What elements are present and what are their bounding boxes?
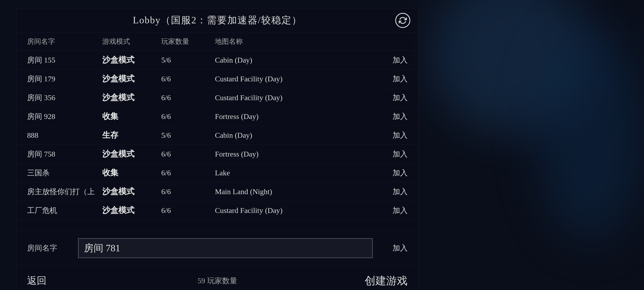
cell-room-name: 888 bbox=[27, 131, 102, 140]
create-game-button[interactable]: 创建游戏 bbox=[365, 273, 408, 288]
join-row-button[interactable]: 加入 bbox=[375, 93, 408, 103]
main-panel: Lobby（国服2：需要加速器/较稳定） 房间名字 游戏模式 玩家数量 地图名称… bbox=[16, 8, 419, 290]
cell-mode: 沙盒模式 bbox=[102, 73, 161, 84]
join-row-button[interactable]: 加入 bbox=[375, 130, 408, 140]
footer: 返回 59 玩家数量 创建游戏 bbox=[16, 266, 418, 290]
table-row: 房间 356 沙盒模式 6/6 Custard Facility (Day) 加… bbox=[16, 88, 418, 107]
col-header-players: 玩家数量 bbox=[161, 37, 215, 46]
refresh-icon bbox=[399, 16, 407, 24]
cell-room-name: 房主放怪你们打（上 bbox=[27, 187, 102, 197]
cell-map: Cabin (Day) bbox=[215, 131, 375, 140]
table-body: 房间 155 沙盒模式 5/6 Cabin (Day) 加入 房间 179 沙盒… bbox=[16, 51, 418, 220]
join-row-button[interactable]: 加入 bbox=[375, 205, 408, 216]
refresh-button[interactable] bbox=[395, 13, 410, 28]
cell-map: Cabin (Day) bbox=[215, 56, 375, 64]
cell-map: Custard Facility (Day) bbox=[215, 93, 375, 102]
cell-players: 6/6 bbox=[161, 187, 215, 196]
cell-mode: 沙盒模式 bbox=[102, 148, 161, 160]
table-row: 房间 758 沙盒模式 6/6 Fortress (Day) 加入 bbox=[16, 145, 418, 164]
cell-players: 6/6 bbox=[161, 93, 215, 102]
cell-room-name: 工厂危机 bbox=[27, 205, 102, 216]
cell-players: 6/6 bbox=[161, 206, 215, 215]
lobby-title: Lobby（国服2：需要加速器/较稳定） bbox=[133, 14, 302, 27]
table-row: 888 生存 5/6 Cabin (Day) 加入 bbox=[16, 126, 418, 145]
cell-map: Custard Facility (Day) bbox=[215, 206, 375, 215]
join-label: 房间名字 bbox=[27, 243, 70, 253]
cell-map: Custard Facility (Day) bbox=[215, 75, 375, 83]
table-row: 房间 928 收集 6/6 Fortress (Day) 加入 bbox=[16, 107, 418, 126]
cell-players: 5/6 bbox=[161, 56, 215, 64]
join-row-button[interactable]: 加入 bbox=[375, 187, 408, 197]
cell-room-name: 房间 928 bbox=[27, 111, 102, 122]
cell-mode: 收集 bbox=[102, 111, 161, 122]
join-by-name-button[interactable]: 加入 bbox=[381, 243, 408, 253]
cell-map: Lake bbox=[215, 169, 375, 177]
cell-mode: 生存 bbox=[102, 130, 161, 141]
join-section: 房间名字 加入 bbox=[16, 231, 418, 266]
cell-map: Fortress (Day) bbox=[215, 150, 375, 158]
table-row: 房间 179 沙盒模式 6/6 Custard Facility (Day) 加… bbox=[16, 70, 418, 88]
cell-room-name: 三国杀 bbox=[27, 168, 102, 178]
room-name-input[interactable] bbox=[78, 238, 373, 258]
cell-room-name: 房间 758 bbox=[27, 149, 102, 159]
cell-mode: 收集 bbox=[102, 167, 161, 178]
cell-players: 6/6 bbox=[161, 75, 215, 83]
join-row-button[interactable]: 加入 bbox=[375, 168, 408, 178]
col-header-map: 地图名称 bbox=[215, 37, 375, 46]
cell-map: Fortress (Day) bbox=[215, 112, 375, 121]
cell-players: 6/6 bbox=[161, 112, 215, 121]
cell-room-name: 房间 179 bbox=[27, 74, 102, 84]
col-header-mode: 游戏模式 bbox=[102, 37, 161, 46]
join-row-button[interactable]: 加入 bbox=[375, 55, 408, 65]
table-row: 工厂危机 沙盒模式 6/6 Custard Facility (Day) 加入 bbox=[16, 201, 418, 220]
cell-mode: 沙盒模式 bbox=[102, 92, 161, 103]
cell-map: Main Land (Night) bbox=[215, 187, 375, 196]
table-header: 房间名字 游戏模式 玩家数量 地图名称 bbox=[16, 32, 418, 51]
table-row: 房主放怪你们打（上 沙盒模式 6/6 Main Land (Night) 加入 bbox=[16, 182, 418, 201]
cell-players: 5/6 bbox=[161, 131, 215, 140]
join-row-button[interactable]: 加入 bbox=[375, 74, 408, 84]
back-button[interactable]: 返回 bbox=[27, 274, 46, 287]
cell-room-name: 房间 356 bbox=[27, 93, 102, 103]
cell-mode: 沙盒模式 bbox=[102, 205, 161, 216]
join-row-button[interactable]: 加入 bbox=[375, 111, 408, 122]
table-row: 房间 155 沙盒模式 5/6 Cabin (Day) 加入 bbox=[16, 51, 418, 70]
col-header-name: 房间名字 bbox=[27, 37, 102, 46]
cell-players: 6/6 bbox=[161, 169, 215, 177]
join-row-button[interactable]: 加入 bbox=[375, 149, 408, 159]
divider bbox=[16, 220, 418, 231]
player-count: 59 玩家数量 bbox=[198, 276, 237, 286]
table-row: 三国杀 收集 6/6 Lake 加入 bbox=[16, 164, 418, 182]
cell-players: 6/6 bbox=[161, 150, 215, 158]
cell-mode: 沙盒模式 bbox=[102, 55, 161, 66]
cell-room-name: 房间 155 bbox=[27, 55, 102, 65]
col-header-action bbox=[375, 37, 408, 46]
cell-mode: 沙盒模式 bbox=[102, 186, 161, 197]
header: Lobby（国服2：需要加速器/较稳定） bbox=[16, 8, 418, 32]
